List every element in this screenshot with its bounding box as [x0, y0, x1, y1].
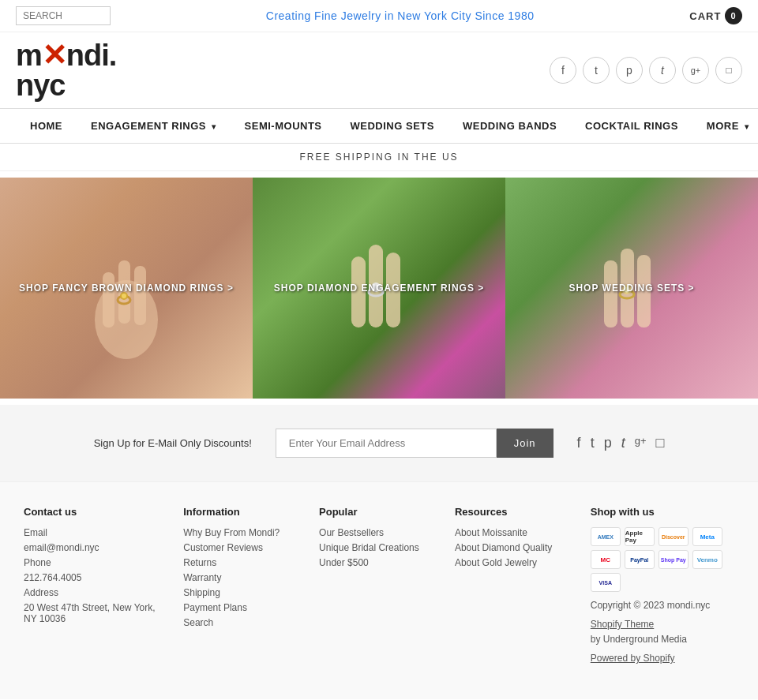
shopify-theme-link[interactable]: Shopify Theme [591, 619, 734, 630]
twitter-icon[interactable]: t [583, 57, 610, 84]
footer-popular-heading: Popular [319, 506, 439, 518]
logo[interactable]: m✕ndi.nyc [16, 40, 116, 100]
footer-link-why-buy[interactable]: Why Buy From Mondi? [183, 527, 303, 538]
cart-area[interactable]: CART 0 [689, 7, 742, 24]
footer: Contact us Email email@mondi.nyc Phone 2… [0, 481, 758, 699]
footer-email[interactable]: email@mondi.nyc [24, 542, 167, 553]
footer-theme-by: by Underground Media [591, 634, 687, 645]
instagram-icon[interactable]: □ [715, 57, 742, 84]
logo-text: m✕ndi.nyc [16, 40, 116, 100]
footer-googleplus-icon[interactable]: g+ [635, 435, 647, 451]
pinterest-icon[interactable]: p [616, 57, 643, 84]
footer-popular-col: Popular Our Bestsellers Unique Bridal Cr… [319, 506, 439, 668]
footer-link-reviews[interactable]: Customer Reviews [183, 542, 303, 553]
nav-items: HOME ENGAGEMENT RINGS ▾ SEMI-MOUNTS WEDD… [0, 109, 758, 143]
footer-contact-heading: Contact us [24, 506, 167, 518]
visa-icon: VISA [591, 573, 621, 592]
footer-link-bridal[interactable]: Unique Bridal Creations [319, 542, 439, 553]
engagement-arrow: ▾ [212, 122, 216, 131]
cart-label: CART [689, 10, 721, 22]
main-nav: HOME ENGAGEMENT RINGS ▾ SEMI-MOUNTS WEDD… [0, 108, 758, 144]
footer-link-shipping[interactable]: Shipping [183, 587, 303, 598]
powered-by-shopify-link[interactable]: Powered by Shopify [591, 653, 734, 664]
promo-text-1: SHOP FANCY BROWN DIAMOND RINGS > [19, 283, 234, 294]
svg-point-6 [122, 294, 126, 298]
googleplus-icon[interactable]: g+ [682, 57, 709, 84]
footer-link-moissanite[interactable]: About Moissanite [455, 527, 575, 538]
nav-more[interactable]: MORE ▾ [692, 109, 758, 143]
footer-phone-label: Phone [24, 557, 167, 568]
footer-link-diamond-quality[interactable]: About Diamond Quality [455, 542, 575, 553]
search-box[interactable] [16, 6, 111, 25]
shipping-banner: FREE SHIPPING IN THE US [0, 144, 758, 171]
promo-panel-1[interactable]: SHOP FANCY BROWN DIAMOND RINGS > [0, 178, 253, 399]
footer-email-label: Email [24, 527, 167, 538]
footer-link-payment-plans[interactable]: Payment Plans [183, 602, 303, 613]
applepay-icon: Apple Pay [625, 527, 655, 546]
footer-twitter-icon[interactable]: t [591, 435, 595, 451]
footer-link-search[interactable]: Search [183, 617, 303, 628]
footer-information-col: Information Why Buy From Mondi? Customer… [183, 506, 303, 668]
footer-resources-heading: Resources [455, 506, 575, 518]
footer-grid: Contact us Email email@mondi.nyc Phone 2… [24, 506, 734, 668]
footer-contact-col: Contact us Email email@mondi.nyc Phone 2… [24, 506, 167, 668]
nav-wedding-bands[interactable]: WEDDING BANDS [448, 109, 571, 143]
promo-grid: SHOP FANCY BROWN DIAMOND RINGS > SHOP DI… [0, 178, 758, 399]
footer-facebook-icon[interactable]: f [577, 435, 581, 451]
search-input[interactable] [16, 6, 111, 25]
footer-link-returns[interactable]: Returns [183, 557, 303, 568]
social-icons: f t p t g+ □ [550, 57, 742, 84]
nav-cocktail-rings[interactable]: COCKTAIL RINGS [571, 109, 692, 143]
tumblr-icon[interactable]: t [649, 57, 676, 84]
footer-link-warranty[interactable]: Warranty [183, 572, 303, 583]
nav-home[interactable]: HOME [16, 109, 77, 143]
footer-information-heading: Information [183, 506, 303, 518]
nav-engagement-rings[interactable]: ENGAGEMENT RINGS ▾ [77, 109, 231, 143]
footer-social-icons: f t p t g+ □ [577, 435, 665, 451]
promo-text-3: SHOP WEDDING SETS > [568, 283, 694, 294]
footer-shop-heading: Shop with us [591, 506, 734, 518]
email-signup-section: Sign Up for E-Mail Only Discounts! Join … [0, 405, 758, 481]
footer-link-under500[interactable]: Under $500 [319, 557, 439, 568]
discover-icon: Discover [659, 527, 689, 546]
nav-wedding-sets[interactable]: WEDDING SETS [336, 109, 448, 143]
payment-icons: AMEX Apple Pay Discover Meta MC PayPal S… [591, 527, 734, 592]
nav-semi-mounts[interactable]: SEMI-MOUNTS [231, 109, 336, 143]
footer-link-gold[interactable]: About Gold Jewelry [455, 557, 575, 568]
promo-text-2: SHOP DIAMOND ENGAGEMENT RINGS > [274, 283, 484, 294]
footer-address: 20 West 47th Street, New York, NY 10036 [24, 602, 167, 624]
footer-phone: 212.764.4005 [24, 572, 167, 583]
footer-resources-col: Resources About Moissanite About Diamond… [455, 506, 575, 668]
top-bar: Creating Fine Jewelry in New York City S… [0, 0, 758, 32]
footer-copyright: Copyright © 2023 mondi.nyc [591, 600, 734, 611]
svg-rect-13 [604, 260, 617, 328]
svg-rect-1 [103, 272, 114, 328]
facebook-icon[interactable]: f [550, 57, 576, 84]
paypal-icon: PayPal [625, 550, 655, 569]
more-arrow: ▾ [745, 122, 749, 131]
signup-form: Join [276, 429, 553, 458]
venmo-icon: Venmo [692, 550, 722, 569]
amex-icon: AMEX [591, 527, 621, 546]
join-button[interactable]: Join [497, 429, 553, 458]
footer-instagram-icon[interactable]: □ [656, 435, 665, 451]
shoppay-icon: Shop Pay [659, 550, 689, 569]
promo-panel-2[interactable]: SHOP DIAMOND ENGAGEMENT RINGS > [253, 178, 505, 399]
footer-pinterest-icon[interactable]: p [604, 435, 612, 451]
footer-shop-col: Shop with us AMEX Apple Pay Discover Met… [591, 506, 734, 668]
promo-panel-3[interactable]: SHOP WEDDING SETS > [505, 178, 758, 399]
footer-powered: Powered by Shopify [591, 653, 734, 664]
footer-tumblr-icon[interactable]: t [621, 435, 625, 451]
signup-label: Sign Up for E-Mail Only Discounts! [94, 437, 252, 449]
footer-theme: Shopify Theme by Underground Media [591, 619, 734, 645]
meta-icon: Meta [692, 527, 722, 546]
logo-social-row: m✕ndi.nyc f t p t g+ □ [0, 32, 758, 108]
svg-rect-3 [134, 266, 146, 325]
email-input[interactable] [276, 429, 497, 458]
logo-accent: ✕ [42, 39, 66, 72]
mastercard-icon: MC [591, 550, 621, 569]
tagline: Creating Fine Jewelry in New York City S… [266, 9, 535, 22]
footer-address-label: Address [24, 587, 167, 598]
cart-count[interactable]: 0 [725, 7, 742, 24]
footer-link-bestsellers[interactable]: Our Bestsellers [319, 527, 439, 538]
